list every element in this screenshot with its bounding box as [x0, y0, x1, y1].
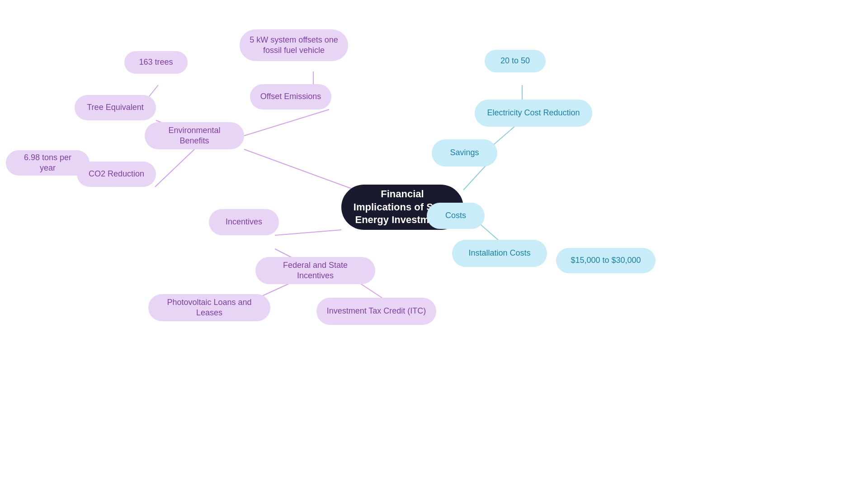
- costs-node: Costs: [427, 203, 485, 229]
- fossil-fuel-node: 5 kW system offsets one fossil fuel vehi…: [240, 29, 348, 61]
- connection-lines: [0, 0, 868, 490]
- incentives-node: Incentives: [209, 209, 279, 235]
- savings-node: Savings: [432, 139, 497, 167]
- electricity-cost-node: Electricity Cost Reduction: [475, 100, 592, 127]
- cost-range-node: $15,000 to $30,000: [556, 248, 656, 273]
- svg-line-13: [275, 230, 341, 235]
- installation-costs-node: Installation Costs: [452, 240, 547, 267]
- federal-state-node: Federal and State Incentives: [255, 257, 375, 284]
- svg-line-7: [463, 163, 488, 190]
- offset-emissions-node: Offset Emissions: [250, 84, 331, 109]
- pv-loans-node: Photovoltaic Loans and Leases: [148, 294, 270, 321]
- 20-to-50-node: 20 to 50: [485, 50, 546, 72]
- tree-equivalent-node: Tree Equivalent: [75, 95, 156, 120]
- svg-line-3: [244, 109, 329, 136]
- itc-node: Investment Tax Credit (ITC): [316, 298, 436, 325]
- environmental-benefits-node: Environmental Benefits: [145, 122, 244, 149]
- svg-line-5: [155, 149, 194, 187]
- trees-node: 163 trees: [124, 51, 188, 74]
- tons-per-year-node: 6.98 tons per year: [6, 150, 90, 176]
